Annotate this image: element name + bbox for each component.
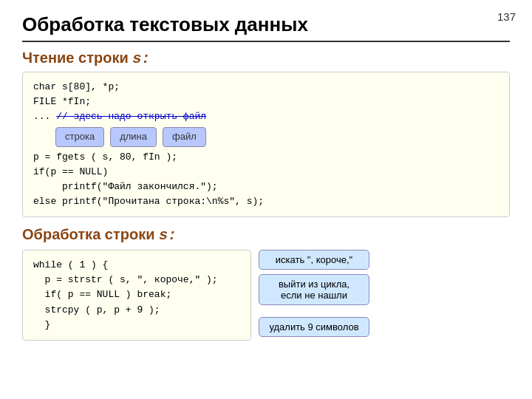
callout-2: выйти из цикла, если не нашли <box>259 274 369 305</box>
section1-title: Чтение строки s: <box>22 50 510 67</box>
code-block-2: while ( 1 ) { p = strstr ( s, ", короче,… <box>22 250 251 341</box>
tooltip-stroke: строка <box>55 127 104 146</box>
s2-line-3: if( p == NULL ) break; <box>33 287 240 302</box>
callouts-container: искать ", короче," выйти из цикла, если … <box>259 250 369 337</box>
section2-wrapper: while ( 1 ) { p = strstr ( s, ", короче,… <box>22 250 510 341</box>
tooltip-file: файл <box>163 127 206 146</box>
s2-line-2: p = strstr ( s, ", короче," ); <box>33 273 240 287</box>
callout-3: удалить 9 символов <box>259 317 369 337</box>
main-title: Обработка текстовых данных <box>22 13 510 42</box>
code-line-5: if(p == NULL) <box>33 165 499 180</box>
s2-line-5: } <box>33 318 240 332</box>
code-line-3: ... // здесь надо открыть файл <box>33 109 499 124</box>
page-number: 137 <box>497 10 516 23</box>
s2-line-1: while ( 1 ) { <box>33 258 240 273</box>
code-block-1: char s[80], *p; FILE *fIn; ... // здесь … <box>22 72 510 217</box>
tooltip-row: строка длина файл <box>55 127 499 146</box>
code-line-1: char s[80], *p; <box>33 80 499 95</box>
callout-1: искать ", короче," <box>259 250 369 270</box>
code-line-7: else printf("Прочитана строка:\n%s", s); <box>33 194 499 209</box>
tooltip-dlina: длина <box>110 127 157 146</box>
section2-label: Обработка строки <box>22 226 159 242</box>
s2-line-4: strcpy ( p, p + 9 ); <box>33 303 240 318</box>
code-line-2: FILE *fIn; <box>33 95 499 109</box>
code-line-6: printf("Файл закончился."); <box>33 180 499 194</box>
section1-s: s: <box>132 50 150 67</box>
code-line-4: p = fgets ( s, 80, fIn ); <box>33 150 499 165</box>
section1-label: Чтение строки <box>22 50 132 66</box>
section2-s: s: <box>159 227 177 244</box>
code-comment: // здесь надо открыть файл <box>56 111 206 122</box>
slide: 137 Обработка текстовых данных Чтение ст… <box>0 0 532 399</box>
section2-title: Обработка строки s: <box>22 226 510 244</box>
